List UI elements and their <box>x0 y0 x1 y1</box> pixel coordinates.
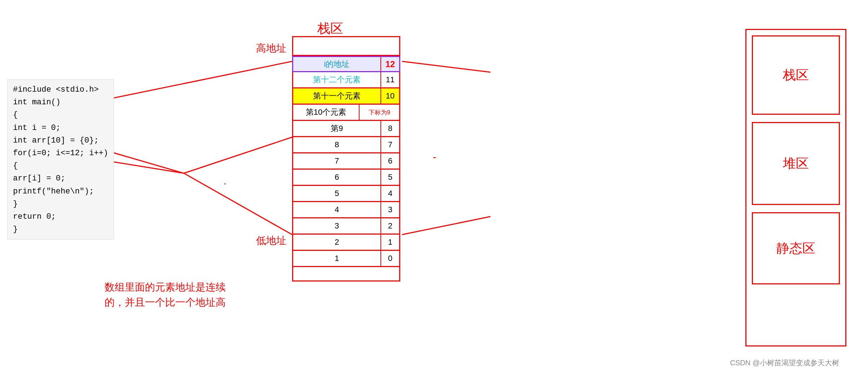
idx-0: 0 <box>381 251 399 266</box>
row-5: 5 4 <box>292 186 400 202</box>
row-3: 3 2 <box>292 218 400 235</box>
row-2: 2 1 <box>292 235 400 251</box>
idx-11: 11 <box>381 72 399 87</box>
csdn-watermark: CSDN @小树苗渴望变成参天大树 <box>730 358 839 368</box>
right-heap-label: 堆区 <box>783 155 809 173</box>
stack-diagram: i的地址 12 第十二个元素 11 第十一个元素 10 第10个元素 下标为9 … <box>292 36 400 282</box>
elem-9: 第9 <box>293 121 381 136</box>
code-line-8: arr[i] = 0; <box>13 172 108 185</box>
right-memory-panel: 栈区 堆区 静态区 <box>745 29 846 346</box>
idx-1: 1 <box>381 235 399 250</box>
code-line-9: printf("hehe\n"); <box>13 185 108 198</box>
i-addr-cell: i的地址 <box>293 57 381 71</box>
idx-3: 3 <box>381 202 399 217</box>
elem-6: 6 <box>293 170 381 185</box>
code-line-11: return 0; <box>13 210 108 223</box>
code-line-6: for(i=0; i<=12; i++) <box>13 147 108 160</box>
idx-9-label: 下标为9 <box>360 105 399 120</box>
code-line-10: } <box>13 198 108 210</box>
code-line-3: { <box>13 109 108 121</box>
row-10: 第10个元素 下标为9 <box>292 105 400 121</box>
row-11: 第十一个元素 10 <box>292 88 400 105</box>
row-4: 4 3 <box>292 202 400 218</box>
idx-7: 7 <box>381 137 399 152</box>
code-line-12: } <box>13 223 108 236</box>
bottom-annotation: 数组里面的元素地址是连续的，并且一个比一个地址高 <box>105 280 226 310</box>
idx-8: 8 <box>381 121 399 136</box>
right-static-label: 静态区 <box>776 240 815 257</box>
code-block: #include <stdio.h> int main() { int i = … <box>7 79 114 240</box>
row-9: 第9 8 <box>292 121 400 137</box>
row-8: 8 7 <box>292 137 400 153</box>
idx-5: 5 <box>381 170 399 185</box>
svg-line-4 <box>184 173 292 235</box>
elem-4: 4 <box>293 202 381 217</box>
right-stack-region: 栈区 <box>752 35 840 115</box>
row-1: 1 0 <box>292 251 400 267</box>
diagram-lines <box>0 0 868 375</box>
svg-line-5 <box>402 61 490 72</box>
i-addr-number: 12 <box>381 57 399 71</box>
right-heap-region: 堆区 <box>752 122 840 205</box>
i-addr-row: i的地址 12 <box>292 56 400 72</box>
elem-8: 8 <box>293 137 381 152</box>
code-line-1: #include <stdio.h> <box>13 83 108 96</box>
svg-line-6 <box>402 217 490 235</box>
svg-line-2 <box>184 137 292 173</box>
code-line-4: int i = 0; <box>13 122 108 134</box>
elem-10: 第10个元素 <box>293 105 360 120</box>
elem-2: 2 <box>293 235 381 250</box>
dot-annotation-right: - <box>433 151 436 163</box>
low-addr-label: 低地址 <box>256 234 286 248</box>
code-line-5: int arr[10] = {0}; <box>13 134 108 147</box>
right-static-region: 静态区 <box>752 212 840 284</box>
stack-title: 栈区 <box>317 20 343 38</box>
elem-11: 第十一个元素 <box>293 88 381 104</box>
idx-2: 2 <box>381 218 399 234</box>
elem-1: 1 <box>293 251 381 266</box>
code-line-7: { <box>13 160 108 172</box>
row-7: 7 6 <box>292 153 400 170</box>
right-stack-label: 栈区 <box>783 66 809 84</box>
elem-5: 5 <box>293 186 381 201</box>
idx-10: 10 <box>381 88 399 104</box>
dot-annotation-middle: · <box>224 177 226 189</box>
row-12: 第十二个元素 11 <box>292 72 400 88</box>
elem-12: 第十二个元素 <box>293 72 381 87</box>
idx-4: 4 <box>381 186 399 201</box>
code-line-2: int main() <box>13 96 108 109</box>
idx-6: 6 <box>381 153 399 169</box>
elem-7: 7 <box>293 153 381 169</box>
high-addr-label: 高地址 <box>256 42 286 55</box>
elem-3: 3 <box>293 218 381 234</box>
row-6: 6 5 <box>292 170 400 186</box>
